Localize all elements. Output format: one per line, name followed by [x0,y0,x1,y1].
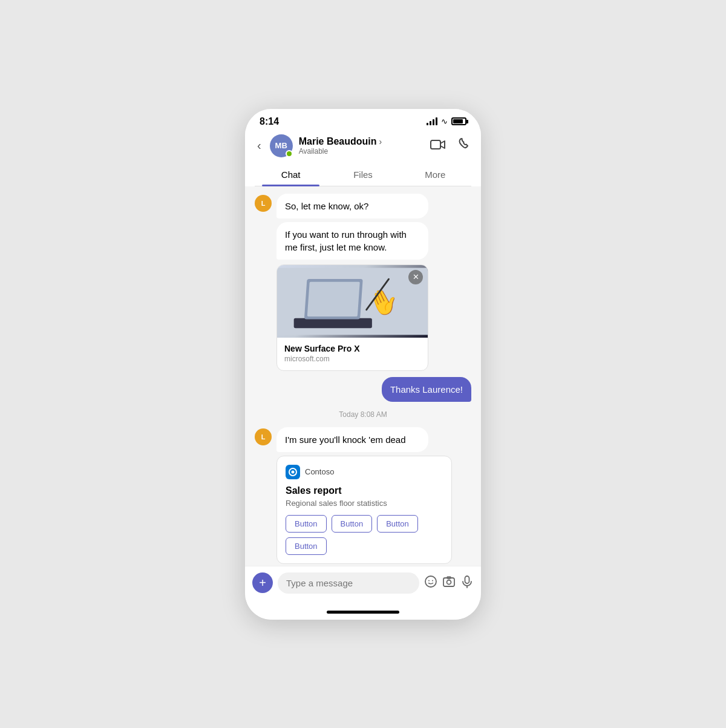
message-text-2: I'm sure you'll knock 'em dead [285,435,406,445]
close-button[interactable]: ✕ [408,270,423,284]
chat-area: L So, let me know, ok? If you want to ru… [245,186,481,566]
adaptive-card-button-4[interactable]: Button [286,537,327,555]
phone-shell: 8:14 ∿ ‹ MB [245,109,481,620]
message-bubble-with-card: If you want to run through with me first… [276,222,428,260]
timestamp: Today 8:08 AM [255,410,471,419]
link-card-url: microsoft.com [284,355,420,363]
link-card-body: New Surface Pro X microsoft.com [277,338,428,370]
link-card-title: New Surface Pro X [284,344,420,353]
svg-point-8 [292,470,295,473]
camera-button[interactable] [442,575,456,591]
tabs: Chat Files More [255,163,471,186]
contact-status: Available [299,147,382,156]
message-group-incoming-2: L I'm sure you'll knock 'em dead [255,427,471,564]
header-actions [430,137,471,154]
adaptive-card-buttons: Button Button Button Button [286,515,443,555]
adaptive-card-subtitle: Regional sales floor statistics [286,499,443,508]
svg-rect-4 [307,281,360,316]
svg-rect-2 [294,318,372,328]
back-button[interactable]: ‹ [255,136,264,155]
adaptive-card-button-2[interactable]: Button [332,515,373,533]
message-text: If you want to run through with me first… [285,229,407,252]
message-bubble-2: I'm sure you'll knock 'em dead [276,427,428,452]
sender-avatar: L [255,195,272,212]
home-bar [245,606,481,620]
message-text: Thanks Laurence! [390,384,463,395]
svg-point-13 [447,580,451,584]
adaptive-card-logo [286,465,300,479]
emoji-button[interactable] [424,575,437,591]
input-bar: + [245,566,481,606]
adaptive-card-title: Sales report [286,485,443,496]
contact-chevron-icon: › [379,137,382,146]
adaptive-card-header: Contoso [286,465,443,479]
microphone-button[interactable] [460,575,474,591]
status-time: 8:14 [260,116,279,127]
svg-point-9 [425,576,436,587]
header: ‹ MB Marie Beaudouin › Available [245,130,481,186]
wifi-icon: ∿ [441,117,448,126]
status-icons: ∿ [427,117,466,126]
svg-point-11 [432,580,433,581]
svg-rect-12 [443,578,454,586]
adaptive-card-button-3[interactable]: Button [377,515,418,533]
status-bar: 8:14 ∿ [245,109,481,130]
message-input[interactable] [278,572,419,594]
video-call-button[interactable] [430,138,446,154]
svg-rect-0 [431,140,440,149]
contact-avatar-container[interactable]: MB [270,134,293,157]
adaptive-card-source: Contoso [305,467,334,476]
tab-more[interactable]: More [399,163,471,186]
adaptive-card-button-1[interactable]: Button [286,515,327,533]
link-card-image: ✋ ✕ [277,265,428,338]
battery-icon [451,117,466,125]
tab-chat[interactable]: Chat [255,163,327,186]
home-indicator [327,611,399,614]
message-bubble-outgoing: Thanks Laurence! [382,377,471,402]
message-group-incoming: L So, let me know, ok? If you want to ru… [255,194,471,371]
message-text: So, let me know, ok? [285,201,368,211]
signal-icon [427,117,437,125]
contact-name: Marie Beaudouin [299,136,377,147]
adaptive-card: Contoso Sales report Regional sales floo… [276,456,452,564]
message-bubble: So, let me know, ok? [276,194,428,218]
plus-icon: + [259,576,266,590]
add-attachment-button[interactable]: + [252,572,273,593]
svg-point-10 [428,580,430,581]
svg-rect-15 [465,576,469,583]
sender-avatar-2: L [255,428,272,445]
phone-call-button[interactable] [458,137,471,154]
message-row-outgoing: Thanks Laurence! [255,377,471,402]
online-status-dot [286,150,293,157]
link-card[interactable]: ✋ ✕ New Surface Pro X microsoft.com [276,264,428,371]
tab-files[interactable]: Files [327,163,399,186]
